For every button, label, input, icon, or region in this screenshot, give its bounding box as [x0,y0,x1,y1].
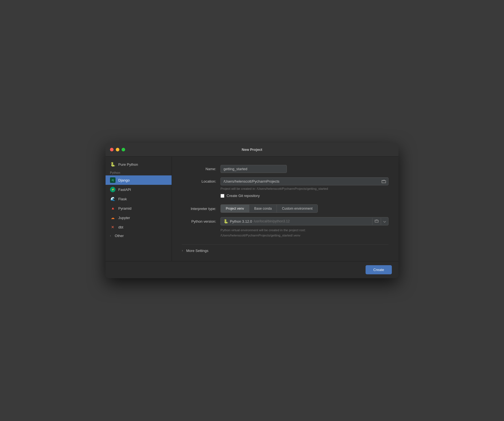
interpreter-label: Interpreter type: [182,207,221,211]
interpreter-tab-group: Project venv Base conda Custom environme… [221,204,318,213]
sidebar-section-python: Python [106,169,172,175]
sidebar-item-flask[interactable]: 🌊 Flask [106,194,172,204]
maximize-button[interactable] [122,148,125,151]
git-checkbox[interactable] [221,194,224,198]
other-chevron-icon: › [110,234,111,237]
content-area: 🐍 Pure Python Python dj Django ⚡ FastAPI… [106,157,398,261]
python-version-display: 🐍 Python 3.12.0 /usr/local/bin/python3.1… [221,217,372,225]
python-version-row: Python version: 🐍 Python 3.12.0 /usr/loc… [182,217,389,225]
venv-hint-line1: Python virtual environment will be creat… [221,228,306,232]
jupyter-icon: ☁ [110,215,116,220]
location-label: Location: [182,179,221,183]
jupyter-label: Jupyter [118,216,130,220]
more-settings-chevron-icon: › [182,249,183,252]
svg-rect-11 [376,219,377,220]
sidebar-item-fastapi[interactable]: ⚡ FastAPI [106,185,172,194]
traffic-lights [110,148,125,151]
name-label: Name: [182,167,221,171]
dbt-icon: ✕ [110,224,116,230]
django-icon: dj [110,177,116,183]
pure-python-label: Pure Python [118,162,138,167]
pure-python-icon: 🐍 [110,162,116,167]
titlebar: New Project [106,143,398,157]
pyramid-label: Pyramid [118,206,132,211]
django-label: Django [118,178,130,182]
sidebar: 🐍 Pure Python Python dj Django ⚡ FastAPI… [106,157,172,261]
python-version-text: Python 3.12.0 [230,219,252,223]
svg-rect-5 [383,180,385,181]
footer: Create [106,261,398,278]
flask-label: Flask [118,197,127,201]
minimize-button[interactable] [116,148,119,151]
sidebar-item-jupyter[interactable]: ☁ Jupyter [106,213,172,222]
close-button[interactable] [110,148,114,151]
location-row: Location: [182,177,389,185]
dbt-label: dbt [118,225,123,229]
location-hint: Project will be created in: /Users/helen… [221,187,389,190]
python-version-wrapper: 🐍 Python 3.12.0 /usr/local/bin/python3.1… [221,217,389,225]
window-title: New Project [242,148,262,152]
create-button[interactable]: Create [366,265,392,274]
fastapi-label: FastAPI [118,188,131,192]
sidebar-item-django[interactable]: dj Django [106,175,172,185]
sidebar-item-other[interactable]: › Other [106,232,172,240]
version-buttons [372,218,388,225]
tab-base-conda[interactable]: Base conda [249,205,277,212]
name-input[interactable] [221,165,287,173]
main-form: Name: Location: [172,157,398,261]
svg-rect-2 [382,183,386,183]
sidebar-item-pure-python[interactable]: 🐍 Pure Python [106,160,172,169]
python-version-path: /usr/local/bin/python3.12 [254,219,290,223]
new-project-window: New Project 🐍 Pure Python Python dj Djan… [106,143,398,278]
more-settings-row[interactable]: › More Settings [182,244,389,253]
interpreter-row: Interpreter type: Project venv Base cond… [182,204,389,213]
svg-rect-8 [375,222,379,222]
location-input-wrapper [221,177,389,185]
git-checkbox-row: Create Git repository [221,194,389,198]
venv-hint: Python virtual environment will be creat… [221,228,389,238]
location-folder-button[interactable] [379,178,388,185]
git-checkbox-label[interactable]: Create Git repository [227,194,260,198]
location-input[interactable] [221,178,379,185]
sidebar-item-dbt[interactable]: ✕ dbt [106,222,172,232]
python-version-icon: 🐍 [224,219,228,223]
flask-icon: 🌊 [110,196,116,202]
name-row: Name: [182,165,389,173]
python-version-dropdown-button[interactable] [381,218,388,225]
python-version-label: Python version: [182,219,221,223]
tab-project-venv[interactable]: Project venv [221,205,249,212]
tab-custom-environment[interactable]: Custom environment [277,205,317,212]
pyramid-icon: 🔺 [110,206,116,211]
venv-hint-line2: /Users/helenscott/PycharmProjects/gettin… [221,234,300,237]
fastapi-icon: ⚡ [110,187,116,192]
other-label: Other [115,234,124,238]
sidebar-item-pyramid[interactable]: 🔺 Pyramid [106,204,172,213]
more-settings-label: More Settings [186,249,208,253]
python-version-folder-button[interactable] [372,218,381,225]
